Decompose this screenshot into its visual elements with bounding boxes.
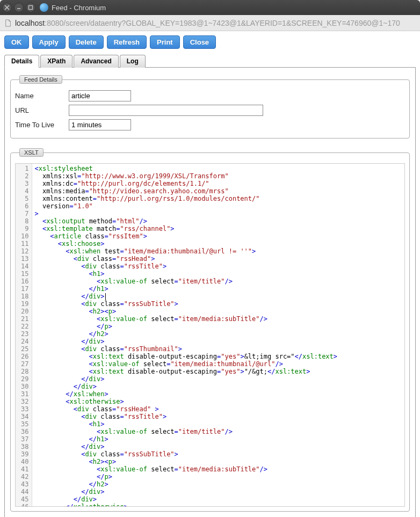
window-maximize-icon[interactable] xyxy=(26,3,35,12)
ttl-label: Time To Live xyxy=(15,121,69,129)
window-minimize-icon[interactable] xyxy=(14,3,24,12)
code-body[interactable]: <xsl:stylesheet xmlns:xsl="http://www.w3… xyxy=(32,164,359,506)
page-icon xyxy=(4,19,12,27)
feed-details-legend: Feed Details xyxy=(19,75,62,84)
feed-details-fieldset: Feed Details Name URL Time To Live xyxy=(10,75,410,139)
page-content: OK Apply Delete Refresh Print Close Deta… xyxy=(0,31,420,517)
url-host: localhost xyxy=(15,19,45,27)
apply-button[interactable]: Apply xyxy=(32,35,66,49)
name-input[interactable] xyxy=(69,90,131,101)
ok-button[interactable]: OK xyxy=(4,35,29,49)
xslt-editor[interactable]: 1234567891011121314151617181920212223242… xyxy=(15,163,405,507)
line-gutter: 1234567891011121314151617181920212223242… xyxy=(16,164,32,506)
svg-rect-0 xyxy=(29,6,33,10)
tab-log[interactable]: Log xyxy=(120,55,146,68)
tab-xpath[interactable]: XPath xyxy=(40,55,73,68)
window-titlebar: Feed - Chromium xyxy=(0,0,420,15)
url-label: URL xyxy=(15,106,69,114)
print-button[interactable]: Print xyxy=(150,35,180,49)
ttl-input[interactable] xyxy=(69,119,131,130)
tab-strip: Details XPath Advanced Log xyxy=(4,54,416,68)
close-button[interactable]: Close xyxy=(183,35,216,49)
delete-button[interactable]: Delete xyxy=(69,35,104,49)
address-bar[interactable]: localhost:8080/screen/dataentry?GLOBAL_K… xyxy=(0,15,420,31)
name-label: Name xyxy=(15,92,69,100)
details-panel: Feed Details Name URL Time To Live XSLT … xyxy=(4,68,416,517)
window-close-icon[interactable] xyxy=(2,3,12,12)
xslt-legend: XSLT xyxy=(19,148,44,157)
xslt-fieldset: XSLT 12345678910111213141516171819202122… xyxy=(10,148,410,512)
tab-advanced[interactable]: Advanced xyxy=(74,55,118,68)
url-input[interactable] xyxy=(69,105,263,116)
chromium-icon xyxy=(40,3,48,12)
window-title: Feed - Chromium xyxy=(52,4,106,12)
tab-details[interactable]: Details xyxy=(4,55,39,68)
url-path: :8080/screen/dataentry?GLOBAL_KEY=1983@1… xyxy=(45,19,400,27)
refresh-button[interactable]: Refresh xyxy=(107,35,147,49)
action-toolbar: OK Apply Delete Refresh Print Close xyxy=(4,35,416,49)
